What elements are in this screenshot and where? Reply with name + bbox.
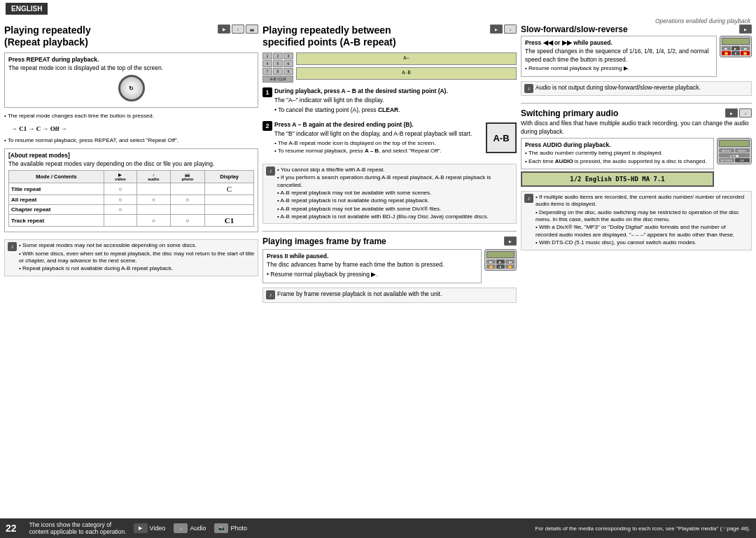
audio-remote-diagram: AUDIO MENU ▲▼◀▶ RETURN OK — [717, 138, 752, 189]
table-header-v3: 📷photo — [170, 171, 204, 183]
row-title-v1: ○ — [104, 183, 136, 195]
press-pause-desc: The disc advances frame by frame each ti… — [267, 261, 477, 269]
row-all-v1: ○ — [104, 195, 136, 205]
footer-photo-label: Photo — [230, 525, 247, 532]
repeat-sequence-display: → C1 → C → Off → — [11, 125, 258, 132]
slow-btn-3: ⏭ — [741, 46, 750, 50]
repeat-section-header: Playing repeatedly (Repeat playback) ▶ ♪… — [4, 24, 258, 50]
footer-icons: ▶ Video ♪ Audio 📷 Photo — [134, 523, 247, 533]
ab-note-b2: If you perform a search operation during… — [277, 174, 513, 189]
footer: 22 The icons show the category of conten… — [0, 518, 756, 538]
row-chapter-repeat: Chapter repeat — [9, 205, 104, 215]
slow-press-box: Press ◀◀ or ▶▶ while paused. The speed c… — [521, 36, 717, 76]
ab-box: A-B — [486, 122, 517, 153]
repeat-icons: ▶ ♪ 📷 — [218, 24, 258, 34]
ab-device-diagram: 1 2 3 4 5 6 7 8 9 A-B / CLR A– A-B — [262, 52, 517, 83]
step1: 1 During playback, press A – B at the de… — [262, 87, 517, 115]
step2-num: 2 — [262, 121, 272, 131]
frame-note-box: ♪ Frame by frame reverse playback is not… — [262, 288, 517, 302]
row-chapter-v2 — [136, 205, 170, 215]
audio-display-box: 1/2 English DTS-HD MA 7.1 — [521, 171, 714, 187]
step1-num: 1 — [262, 87, 272, 97]
row-all-v3: ○ — [170, 195, 204, 205]
ab-screen-area: A– A-B — [296, 52, 517, 83]
repeat-mode-change-note: The repeat mode changes each time the bu… — [4, 113, 258, 120]
frame-note-text: Frame by frame reverse playback is not a… — [277, 290, 442, 298]
ab-video-icon: ▶ — [490, 24, 503, 34]
row-track-v1 — [104, 215, 136, 227]
mini-btn-5: ⏸ — [496, 264, 505, 269]
audio-main: Press AUDIO during playback. The audio n… — [521, 138, 714, 189]
top-right-label: Operations enabled during playback — [0, 16, 756, 24]
footer-right-text: For details of the media corresponding t… — [535, 525, 750, 532]
audio-remote-screen — [719, 140, 750, 147]
mini-remote-btns: ⏮ ▶ ⏭ ⏪ ⏸ ⏩ — [486, 260, 514, 269]
frame-video-icon: ▶ — [504, 236, 517, 246]
table-row: Track repeat ○ ○ C1 — [9, 215, 254, 227]
col-mid: Playing repeatedly between specified poi… — [262, 24, 517, 305]
audio-note-b4: With DTS-CD (5.1 music disc), you cannot… — [536, 239, 748, 246]
audio-section-icons: ▶ ♪ — [725, 108, 752, 118]
ab-display-box: A– — [296, 52, 517, 65]
mini-remote-screen — [486, 251, 514, 258]
table-row: All repeat ○ ○ ○ — [9, 195, 254, 205]
mini-btn-2: ▶ — [496, 260, 505, 264]
about-modes-desc: The available repeat modes vary dependin… — [8, 160, 254, 168]
audio-remote-btn5: OK — [735, 158, 750, 162]
row-track-repeat: Track repeat — [9, 215, 104, 227]
audio-bullet-1: The audio number currently being played … — [525, 150, 710, 157]
footer-photo-item: 📷 Photo — [214, 523, 247, 533]
slow-main: Press ◀◀ or ▶▶ while paused. The speed c… — [521, 36, 717, 78]
audio-note-b2: Depending on the disc, audio switching m… — [536, 209, 748, 224]
numpad-diagram: 1 2 3 4 5 6 7 8 9 A-B / CLR — [262, 52, 293, 83]
table-header-v1: ▶video — [104, 171, 136, 183]
slow-resume: Resume normal playback by pressing ▶. — [525, 65, 713, 72]
mini-btn-3: ⏭ — [505, 260, 514, 264]
mini-btn-6: ⏩ — [505, 264, 514, 269]
step2-title: Press A – B again at the desired ending … — [274, 121, 517, 129]
row-all-display — [204, 195, 253, 205]
row-title-display: C — [204, 183, 253, 195]
row-track-v3: ○ — [170, 215, 204, 227]
table-row: Title repeat ○ C — [9, 183, 254, 195]
table-row: Chapter repeat ○ — [9, 205, 254, 215]
slow-remote: ⏮ ▶ ⏭ ⏪ ⏸ ⏩ — [720, 36, 752, 57]
slow-btn-2: ▶ — [732, 46, 741, 50]
table-header-mode: Mode / Contents — [9, 171, 104, 183]
row-track-display: C1 — [204, 215, 253, 227]
slow-video-icon: ▶ — [739, 24, 752, 34]
audio-icon: ♪ — [232, 24, 244, 34]
slow-btn-4: ⏪ — [722, 51, 731, 55]
frame-title: Playing images frame by frame — [262, 236, 386, 246]
footer-audio-icon: ♪ — [174, 523, 188, 533]
row-all-v2: ○ — [136, 195, 170, 205]
audio-bullet-2: Each time AUDIO is pressed, the audio su… — [525, 158, 710, 165]
note-bullet-3: Repeat playback is not available during … — [19, 265, 255, 272]
step2: 2 A-B Press A – B again at the desired e… — [262, 121, 517, 156]
ab-note-b5: A-B repeat playback may not be available… — [277, 206, 513, 213]
ab-note-content: You cannot skip a title/file with A-B re… — [277, 167, 513, 222]
row-title-repeat: Title repeat — [9, 183, 104, 195]
footer-video-item: ▶ Video — [134, 523, 166, 533]
repeat-modes-table: Mode / Contents ▶video ♪audio 📷photo Dis… — [8, 170, 254, 227]
ab-note-box: ♪ You cannot skip a title/file with A-B … — [262, 164, 517, 225]
row-chapter-v3 — [170, 205, 204, 215]
audio-sec-video-icon: ▶ — [725, 108, 738, 118]
audio-note-content: If multiple audio items are recorded, th… — [536, 194, 748, 248]
mini-remote: ⏮ ▶ ⏭ ⏪ ⏸ ⏩ — [484, 249, 517, 271]
audio-remote: AUDIO MENU ▲▼◀▶ RETURN OK — [717, 138, 752, 164]
slow-press-title: Press ◀◀ or ▶▶ while paused. — [525, 39, 713, 46]
slow-title: Slow-forward/slow-reverse — [521, 24, 628, 34]
footer-audio-item: ♪ Audio — [174, 523, 206, 533]
about-modes-title: [About repeat modes] — [8, 152, 254, 159]
slow-remote-screen — [722, 38, 750, 45]
slow-btn-1: ⏮ — [722, 46, 731, 50]
press-audio-title: Press AUDIO during playback. — [525, 141, 710, 148]
step2-content: A-B Press A – B again at the desired end… — [274, 121, 517, 156]
frame-icons: ▶ — [504, 236, 517, 246]
row-chapter-display — [204, 205, 253, 215]
row-all-repeat: All repeat — [9, 195, 104, 205]
ab-note-b1: You cannot skip a title/file with A-B re… — [277, 167, 513, 174]
slow-btn-6: ⏩ — [741, 51, 750, 55]
slow-speed-desc: The speed changes in the sequence of 1/1… — [525, 48, 713, 64]
